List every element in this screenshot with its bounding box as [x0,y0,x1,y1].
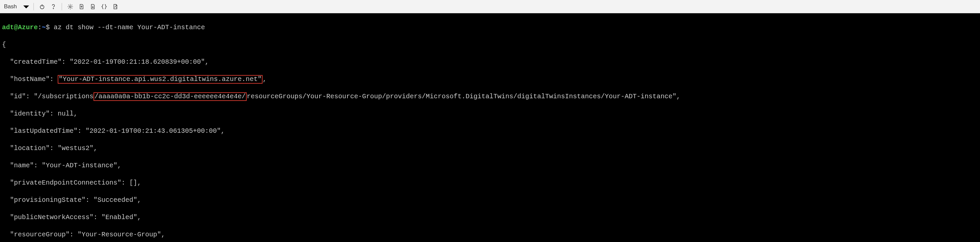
output-line: "resourceGroup": "Your-Resource-Group", [2,231,978,239]
gear-icon[interactable] [65,2,76,11]
output-line: "createdTime": "2022-01-19T00:21:18.6208… [2,58,978,66]
output-line: "hostName": "Your-ADT-instance.api.wus2.… [2,75,978,84]
new-file-icon[interactable] [110,2,121,11]
command-text [50,24,54,31]
highlight-subscription-id: /aaaa0a0a-bb1b-cc2c-dd3d-eeeeee4e4e4e/ [94,92,247,101]
download-file-icon[interactable] [87,2,99,11]
output-line: "provisioningState": "Succeeded", [2,196,978,205]
highlight-hostname: "Your-ADT-instance.api.wus2.digitaltwins… [58,75,262,84]
prompt-user: adt@Azure [2,24,38,31]
chevron-down-icon[interactable] [22,2,31,11]
output-line: "lastUpdatedTime": "2022-01-19T00:21:43.… [2,127,978,135]
output-line: "privateEndpointConnections": [], [2,179,978,187]
output-line: "publicNetworkAccess": "Enabled", [2,213,978,222]
power-icon[interactable] [37,2,48,11]
toolbar: Bash [0,0,980,13]
output-line: "location": "westus2", [2,144,978,153]
upload-file-icon[interactable] [76,2,87,11]
output-line: "identity": null, [2,109,978,118]
output-line: { [2,40,978,49]
svg-point-2 [53,8,54,9]
braces-icon[interactable] [99,2,110,11]
prompt-dollar: $ [46,24,50,31]
prompt-path: ~ [42,24,46,31]
output-line: "id": "/subscriptions/aaaa0a0a-bb1b-cc2c… [2,92,978,101]
separator [33,3,34,10]
prompt-colon: : [38,24,42,31]
svg-point-3 [69,6,71,7]
separator [62,3,62,10]
help-icon[interactable] [48,2,59,11]
shell-selector-label[interactable]: Bash [4,3,22,10]
command-text: az dt show --dt-name Your-ADT-instance [54,24,205,31]
terminal-output[interactable]: adt@Azure:~$ az dt show --dt-name Your-A… [0,13,980,242]
output-line: "name": "Your-ADT-instance", [2,161,978,170]
